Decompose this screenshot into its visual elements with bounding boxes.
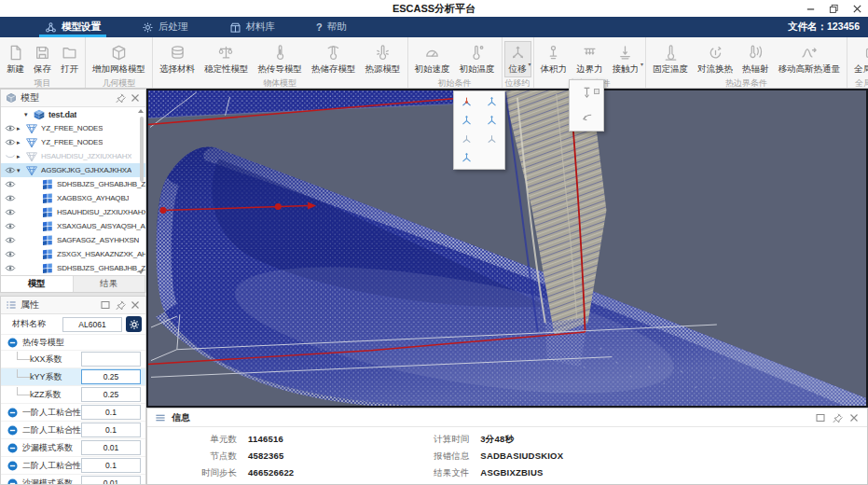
convection-button[interactable]: 对流换热 <box>693 41 737 77</box>
arrow-curve-left-option[interactable] <box>580 111 594 125</box>
displacement-button[interactable]: 位移▾ <box>504 41 531 77</box>
menu-tab-postprocess[interactable]: 后处理 <box>121 17 209 37</box>
visibility-eye-icon[interactable] <box>4 207 17 217</box>
tree-item[interactable]: XAGBSXG_AYHAQBJ <box>1 191 145 205</box>
property-label: 沙漏模式系数 <box>22 478 73 485</box>
visibility-eye-icon[interactable] <box>4 193 17 203</box>
collapse-minus-icon[interactable] <box>7 461 18 471</box>
material-settings-button[interactable] <box>126 316 142 332</box>
tree-scrollbar[interactable] <box>137 107 145 276</box>
expand-arrow[interactable]: ▸ <box>17 124 25 132</box>
viewport-3d[interactable] <box>146 89 868 408</box>
menu-tab-material-lib[interactable]: 材料库 <box>209 17 296 37</box>
tree-item[interactable]: ▾test.dat <box>1 107 145 121</box>
radiation-button[interactable]: 热辐射 <box>737 41 774 77</box>
tripod-blue-option[interactable] <box>479 111 504 130</box>
scroll-thumb[interactable] <box>140 117 144 182</box>
tree-item-label: HSAUHDISU_JZXIUXHAHX <box>41 152 131 160</box>
property-input[interactable]: AL6061 <box>62 317 122 332</box>
axes-colored-option[interactable] <box>454 92 479 111</box>
visibility-eye-icon[interactable] <box>4 123 17 133</box>
close-icon[interactable] <box>130 92 141 104</box>
tree-item[interactable]: ZSXGX_HSAKAZNZXK_AHASX <box>1 247 145 261</box>
property-input[interactable]: 0.01 <box>81 476 141 484</box>
tree-item[interactable]: ▸HSAUHDISU_JZXIUXHAHX <box>1 149 145 163</box>
tree-item[interactable]: XSAXGAUS_AISYAQSH_ASHX <box>1 219 145 233</box>
expand-arrow[interactable]: ▸ <box>17 138 25 146</box>
tripod-gray-option[interactable] <box>454 130 479 148</box>
tab-results[interactable]: 结果 <box>74 276 146 292</box>
stability-button[interactable]: 稳定性模型 <box>200 41 254 77</box>
property-input[interactable] <box>81 352 141 367</box>
doc-new-button[interactable]: 新建 <box>2 41 29 77</box>
gauss-heat-flux-button[interactable]: 移动高斯热通量 <box>774 41 846 77</box>
scroll-up-icon[interactable] <box>138 109 144 113</box>
info-field: 结果文件ASGBIXZBIUS <box>415 467 563 479</box>
expand-arrow[interactable]: ▸ <box>17 152 25 160</box>
close-icon[interactable] <box>130 299 141 311</box>
pin-icon[interactable] <box>115 92 126 104</box>
visibility-eye-icon[interactable] <box>4 221 17 231</box>
property-input[interactable]: 0.1 <box>81 405 141 420</box>
folder-open-button[interactable]: 打开 <box>56 41 83 77</box>
tree-item[interactable]: ▾AGSGKJKG_GJHXAJKHXA <box>1 163 145 177</box>
pin-arrow-down-option[interactable] <box>580 86 594 100</box>
save-button[interactable]: 保存 <box>29 41 56 77</box>
close-icon[interactable] <box>852 4 862 14</box>
visibility-eye-icon[interactable] <box>4 165 17 175</box>
boundary-force-button[interactable]: 边界力 <box>572 41 608 77</box>
minimize-icon[interactable] <box>806 4 816 14</box>
scroll-down-icon[interactable] <box>138 270 144 274</box>
tree-item[interactable]: ▸YZ_FREE_NODES <box>1 121 145 135</box>
property-input[interactable]: 0.01 <box>81 440 141 455</box>
property-input[interactable]: 0.25 <box>81 387 141 402</box>
global-settings-button[interactable]: 全局设置 <box>849 41 868 77</box>
visibility-eye-icon[interactable] <box>4 137 17 147</box>
tripod-blue-option[interactable] <box>454 148 479 167</box>
add-mesh-button[interactable]: 增加网格模型 <box>88 41 150 77</box>
visibility-eye-icon[interactable] <box>4 263 17 273</box>
collapse-minus-icon[interactable] <box>7 338 18 348</box>
tree-item[interactable]: HSAUHDISU_JZXIUXHAHX <box>1 205 145 219</box>
tree-item[interactable]: ▸YZ_FREE_NODES <box>1 135 145 149</box>
property-input[interactable]: 0.25 <box>81 369 141 384</box>
heat-conduction-button[interactable]: 热传导模型 <box>254 41 308 77</box>
initial-velocity-button[interactable]: 初始速度 <box>410 41 455 77</box>
restore-icon[interactable] <box>829 4 839 14</box>
visibility-hidden-icon[interactable] <box>4 151 17 161</box>
visibility-eye-icon[interactable] <box>4 249 17 259</box>
maximize-icon[interactable] <box>100 299 111 311</box>
property-input[interactable]: 0.1 <box>81 458 141 473</box>
initial-temperature-button[interactable]: 初始温度 <box>455 41 500 77</box>
tree-item[interactable]: SDHSBJZS_GHSABJHB_ZAHU <box>1 261 145 275</box>
collapse-minus-icon[interactable] <box>7 408 18 418</box>
material-db-button[interactable]: 选择材料 <box>155 41 200 77</box>
fixed-temperature-button[interactable]: 固定温度 <box>648 41 693 77</box>
body-force-button[interactable]: 体积力 <box>536 41 572 77</box>
visibility-eye-icon[interactable] <box>4 235 17 245</box>
tripod-blue-option[interactable] <box>479 92 504 111</box>
tree-item[interactable]: SDHSBJZS_GHSABJHB_ZAHU <box>1 177 145 191</box>
palette-handle[interactable] <box>594 89 599 94</box>
visibility-eye-icon[interactable] <box>4 179 17 189</box>
collapse-minus-icon[interactable] <box>7 478 18 485</box>
pin-icon[interactable] <box>832 412 843 423</box>
heat-storage-button[interactable]: 热储存模型 <box>307 41 361 77</box>
menu-tab-help[interactable]: ?帮助 <box>296 17 367 37</box>
expand-arrow[interactable]: ▾ <box>17 166 25 174</box>
tree-item[interactable]: SAGFASGZ_ASYHHXSN <box>1 233 145 247</box>
pin-icon[interactable] <box>115 299 126 311</box>
heat-source-button[interactable]: 热源模型 <box>361 41 406 77</box>
collapse-minus-icon[interactable] <box>7 443 18 453</box>
collapse-minus-icon[interactable] <box>7 425 18 436</box>
properties-header: 属性 <box>1 297 145 314</box>
property-input[interactable]: 0.1 <box>81 423 141 437</box>
contact-force-button[interactable]: 接触力▾ <box>608 41 644 77</box>
tripod-blue-option[interactable] <box>454 111 479 130</box>
expand-arrow[interactable]: ▾ <box>24 110 33 118</box>
menu-tab-model-setup[interactable]: 模型设置 <box>24 17 121 37</box>
tripod-gray-option[interactable] <box>479 130 504 148</box>
close-icon[interactable] <box>848 412 860 423</box>
tab-model[interactable]: 模型 <box>1 276 74 292</box>
maximize-icon[interactable] <box>815 412 826 423</box>
